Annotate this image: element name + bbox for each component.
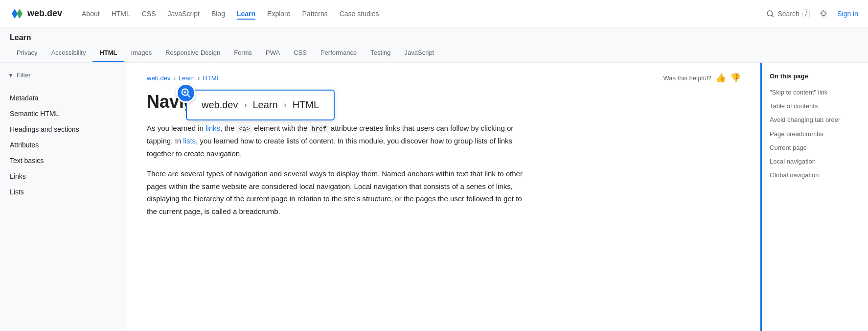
- links-link[interactable]: links: [206, 124, 220, 132]
- toc-item-tab-order[interactable]: Avoid changing tab order: [770, 113, 860, 127]
- nav-about[interactable]: About: [82, 8, 100, 20]
- learn-tabs: Privacy Accessibility HTML Images Respon…: [0, 44, 868, 62]
- svg-line-9: [821, 11, 822, 11]
- tab-testing[interactable]: Testing: [364, 44, 397, 62]
- a-element-code: <a>: [236, 125, 251, 133]
- thumbs-down-icon[interactable]: 👎: [730, 72, 741, 83]
- toc-item-current-page[interactable]: Current page: [770, 141, 860, 155]
- svg-line-12: [825, 11, 826, 11]
- nav-blog[interactable]: Blog: [211, 8, 225, 20]
- tab-privacy[interactable]: Privacy: [10, 44, 45, 62]
- tooltip-learn: Learn: [253, 99, 278, 111]
- top-nav: web.dev About HTML CSS JavaScript Blog L…: [0, 0, 868, 27]
- tab-performance[interactable]: Performance: [314, 44, 364, 62]
- sidebar-item-text-basics[interactable]: Text basics: [0, 153, 127, 168]
- nav-javascript[interactable]: JavaScript: [168, 8, 200, 20]
- right-sidebar-toc: On this page "Skip to content" link Tabl…: [760, 63, 868, 331]
- tooltip-webdev: web.dev: [202, 99, 238, 111]
- tab-html[interactable]: HTML: [92, 44, 124, 62]
- content-para-1: As you learned in links, the <a> element…: [147, 122, 528, 160]
- main-layout: ▼ Filter Metadata Semantic HTML Headings…: [0, 63, 868, 331]
- search-area[interactable]: Search /: [766, 9, 810, 18]
- tab-forms[interactable]: Forms: [227, 44, 259, 62]
- nav-learn[interactable]: Learn: [237, 8, 255, 20]
- helpful-row: Was this helpful? 👍 👎: [663, 72, 741, 83]
- svg-line-14: [187, 95, 190, 97]
- theme-toggle-button[interactable]: [818, 8, 829, 20]
- svg-line-10: [825, 16, 826, 16]
- top-nav-links: About HTML CSS JavaScript Blog Learn Exp…: [82, 8, 752, 20]
- theme-icon: [819, 9, 828, 18]
- search-icon: [766, 9, 775, 18]
- filter-row[interactable]: ▼ Filter: [0, 69, 127, 82]
- sidebar-item-lists[interactable]: Lists: [0, 184, 127, 200]
- toc-item-skip[interactable]: "Skip to content" link: [770, 86, 860, 99]
- slash-badge: /: [802, 9, 810, 18]
- nav-patterns[interactable]: Patterns: [302, 8, 328, 20]
- tab-css[interactable]: CSS: [287, 44, 314, 62]
- breadcrumb-sep-1: ›: [173, 74, 175, 82]
- tab-javascript[interactable]: JavaScript: [398, 44, 441, 62]
- nav-case-studies[interactable]: Case studies: [340, 8, 379, 20]
- magnifier-plus-icon: [181, 88, 191, 98]
- href-code: href: [309, 125, 328, 133]
- filter-label: Filter: [17, 71, 31, 79]
- helpful-label: Was this helpful?: [663, 74, 711, 82]
- tab-pwa[interactable]: PWA: [259, 44, 287, 62]
- logo[interactable]: web.dev: [10, 7, 62, 21]
- breadcrumb-webdev[interactable]: web.dev: [147, 74, 170, 82]
- tab-images[interactable]: Images: [124, 44, 159, 62]
- svg-line-3: [772, 15, 774, 17]
- nav-explore[interactable]: Explore: [267, 8, 290, 20]
- left-sidebar: ▼ Filter Metadata Semantic HTML Headings…: [0, 63, 127, 331]
- svg-marker-1: [17, 9, 23, 19]
- tooltip-sep-1: ›: [244, 100, 247, 110]
- sidebar-item-semantic-html[interactable]: Semantic HTML: [0, 106, 127, 121]
- webdev-logo-icon: [10, 7, 23, 21]
- toc-item-table-of-contents[interactable]: Table of contents: [770, 99, 860, 113]
- content-area: web.dev › Learn › HTML Was this helpful?…: [127, 63, 760, 331]
- toc-item-local-nav[interactable]: Local navigation: [770, 155, 860, 168]
- sidebar-item-metadata[interactable]: Metadata: [0, 90, 127, 106]
- svg-line-11: [821, 16, 822, 16]
- sidebar-item-links[interactable]: Links: [0, 168, 127, 184]
- svg-point-2: [767, 11, 773, 16]
- lists-link[interactable]: lists: [183, 137, 196, 145]
- sidebar-item-headings[interactable]: Headings and sections: [0, 121, 127, 137]
- svg-point-4: [822, 12, 825, 16]
- thumbs-up-icon[interactable]: 👍: [715, 72, 726, 83]
- breadcrumb-html[interactable]: HTML: [203, 74, 220, 82]
- breadcrumb-learn[interactable]: Learn: [179, 74, 195, 82]
- toc-title: On this page: [770, 72, 860, 80]
- nav-html[interactable]: HTML: [112, 8, 130, 20]
- nav-css[interactable]: CSS: [142, 8, 156, 20]
- filter-icon: ▼: [8, 72, 14, 79]
- zoom-magnifier-button[interactable]: [176, 83, 196, 103]
- learn-header: Learn Privacy Accessibility HTML Images …: [0, 27, 868, 63]
- breadcrumb-sep-2: ›: [198, 74, 200, 82]
- sidebar-divider: [8, 86, 119, 86]
- tab-responsive-design[interactable]: Responsive Design: [159, 44, 227, 62]
- toc-item-breadcrumbs[interactable]: Page breadcrumbs: [770, 127, 860, 141]
- search-label: Search: [777, 10, 799, 18]
- tooltip-html: HTML: [293, 99, 319, 111]
- sign-in-button[interactable]: Sign in: [837, 10, 858, 18]
- breadcrumb-row: web.dev › Learn › HTML Was this helpful?…: [147, 72, 741, 83]
- breadcrumb-tooltip: web.dev › Learn › HTML: [186, 90, 335, 120]
- breadcrumb: web.dev › Learn › HTML: [147, 74, 220, 82]
- toc-item-global-nav[interactable]: Global navigation: [770, 168, 860, 182]
- tab-accessibility[interactable]: Accessibility: [45, 44, 93, 62]
- sidebar-item-attributes[interactable]: Attributes: [0, 137, 127, 153]
- learn-title: Learn: [0, 27, 868, 44]
- tooltip-sep-2: ›: [284, 100, 287, 110]
- logo-text: web.dev: [27, 8, 62, 19]
- content-para-2: There are several types of navigation an…: [147, 167, 528, 217]
- top-nav-right: Search / Sign in: [766, 8, 858, 20]
